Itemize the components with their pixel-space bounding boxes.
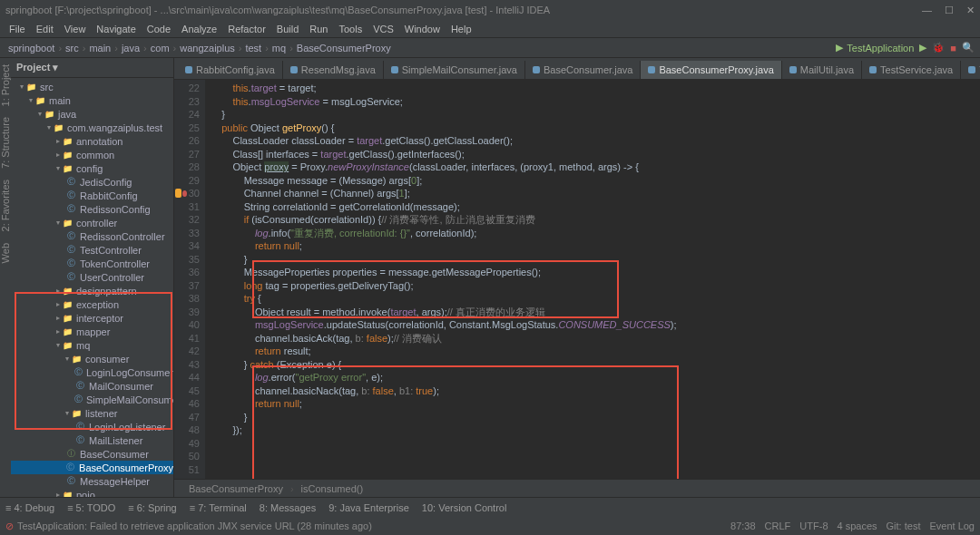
event-log[interactable]: Event Log [929,520,975,531]
bulb-icon[interactable] [175,189,181,198]
editor-breadcrumb[interactable]: BaseConsumerProxy›isConsumed() [174,479,980,497]
tree-annotation[interactable]: 📁annotation [11,134,173,148]
cursor-pos: 87:38 [730,520,756,531]
bottom-tool-debug[interactable]: ≡ 4: Debug [5,502,54,513]
left-tool[interactable]: 1: Project [0,62,11,109]
crumb[interactable]: BaseConsumerProxy [294,43,394,54]
menu-navigate[interactable]: Navigate [91,24,141,34]
tree-pojo[interactable]: 📁pojo [11,488,173,497]
tab-SimpleMailConsumer.java[interactable]: SimpleMailConsumer.java [384,61,525,79]
tree-MessageHelper[interactable]: ⒸMessageHelper [11,474,173,488]
tree-exception[interactable]: 📁exception [11,297,173,311]
tab-ResendMsg.java[interactable]: ResendMsg.java [283,61,384,79]
editor-crumb[interactable]: BaseConsumerProxy [181,483,290,494]
tab-MailUtil.java[interactable]: MailUtil.java [782,61,862,79]
editor-tabs: RabbitConfig.javaResendMsg.javaSimpleMai… [174,58,980,80]
tree-consumer[interactable]: 📁consumer [11,352,173,365]
project-sidebar: Project ▾ 📁src📁main📁java📁com.wangzaiplus… [11,58,174,497]
bottom-tool-version control[interactable]: 10: Version Control [422,502,507,513]
tree-designpattern[interactable]: 📁designpattern [11,284,173,297]
tab-BaseConsumerProxy.java[interactable]: BaseConsumerProxy.java [641,61,781,79]
project-tree[interactable]: 📁src📁main📁java📁com.wangzaiplus.test📁anno… [11,78,173,497]
tree-UserController[interactable]: ⒸUserController [11,270,173,284]
crumb[interactable]: java [119,43,142,54]
tree-interceptor[interactable]: 📁interceptor [11,311,173,325]
tree-TokenController[interactable]: ⒸTokenController [11,257,173,270]
menu-vcs[interactable]: VCS [368,24,399,34]
menu-refactor[interactable]: Refactor [222,24,271,34]
bottom-tool-java enterprise[interactable]: 9: Java Enterprise [328,502,409,513]
crumb[interactable]: src [63,43,82,54]
tree-mq[interactable]: 📁mq [11,338,173,352]
tree-LoginLogConsumer[interactable]: ⒸLoginLogConsumer [11,365,173,379]
tree-main[interactable]: 📁main [11,93,173,107]
run-icon[interactable]: ▶ [919,42,926,54]
tree-MailListener[interactable]: ⒸMailListener [11,433,173,447]
encoding[interactable]: UTF-8 [799,520,828,531]
tree-controller[interactable]: 📁controller [11,216,173,229]
tree-RabbitConfig[interactable]: ⒸRabbitConfig [11,189,173,202]
menu-run[interactable]: Run [304,24,333,34]
tree-RedissonConfig[interactable]: ⒸRedissonConfig [11,202,173,216]
tree-common[interactable]: 📁common [11,148,173,161]
bottom-tool-spring[interactable]: ≡ 6: Spring [128,502,177,513]
tab-TestService.java[interactable]: TestService.java [862,61,961,79]
git-branch[interactable]: Git: test [887,520,921,531]
run-config[interactable]: ▶ TestApplication [836,42,914,54]
crumb[interactable]: test [242,43,264,54]
project-header[interactable]: Project ▾ [11,58,173,78]
tree-src[interactable]: 📁src [11,80,173,93]
tree-java[interactable]: 📁java [11,107,173,121]
editor-crumb[interactable]: isConsumed() [294,483,370,494]
tree-BaseConsumer[interactable]: ⒾBaseConsumer [11,447,173,461]
bottom-toolbar: ≡ 4: Debug≡ 5: TODO≡ 6: Spring≡ 7: Termi… [0,497,980,517]
tree-BaseConsumerProxy[interactable]: ⒸBaseConsumerProxy [11,461,173,474]
minimize-icon[interactable]: — [922,5,932,16]
tree-RedissonController[interactable]: ⒸRedissonController [11,229,173,243]
bottom-tool-terminal[interactable]: ≡ 7: Terminal [190,502,247,513]
left-tool[interactable]: Web [0,240,11,266]
breakpoint-icon[interactable] [182,190,187,197]
tree-listener[interactable]: 📁listener [11,406,173,420]
left-tool[interactable]: 2: Favorites [0,177,11,234]
menu-view[interactable]: View [59,24,92,34]
tree-MailConsumer[interactable]: ⒸMailConsumer [11,379,173,393]
tree-LoginLogListener[interactable]: ⒸLoginLogListener [11,420,173,433]
title-text: springboot [F:\project\springboot] - ...… [5,5,550,15]
left-tool[interactable]: 7: Structure [0,114,11,171]
tree-TestController[interactable]: ⒸTestController [11,243,173,257]
bottom-tool-messages[interactable]: 8: Messages [260,502,316,513]
crumb[interactable]: com [148,43,172,54]
menu-tools[interactable]: Tools [333,24,368,34]
code-area[interactable]: 2223242526272829303132333435363738394041… [174,80,980,479]
stop-icon[interactable]: ■ [950,43,956,54]
menu-code[interactable]: Code [142,24,176,34]
menu-edit[interactable]: Edit [31,24,59,34]
tree-JedisConfig[interactable]: ⒸJedisConfig [11,175,173,189]
debug-icon[interactable]: 🐞 [932,42,945,54]
bottom-tool-todo[interactable]: ≡ 5: TODO [67,502,115,513]
line-gutter: 2223242526272829303132333435363738394041… [174,80,205,479]
line-ending[interactable]: CRLF [765,520,791,531]
tree-mapper[interactable]: 📁mapper [11,325,173,338]
menu-build[interactable]: Build [271,24,304,34]
tab-TestServiceImpl.java[interactable]: TestServiceImpl.java [961,61,980,79]
crumb[interactable]: springboot [5,43,57,54]
tree-config[interactable]: 📁config [11,161,173,175]
crumb[interactable]: wangzaiplus [177,43,238,54]
tree-SimpleMailConsumer[interactable]: ⒸSimpleMailConsumer [11,393,173,406]
crumb[interactable]: mq [270,43,289,54]
tab-RabbitConfig.java[interactable]: RabbitConfig.java [178,61,283,79]
menu-analyze[interactable]: Analyze [176,24,222,34]
search-icon[interactable]: 🔍 [962,42,975,54]
maximize-icon[interactable]: ☐ [945,5,954,16]
tree-com.wangzaiplus.test[interactable]: 📁com.wangzaiplus.test [11,121,173,134]
code-lines[interactable]: this.target = target; this.msgLogService… [205,80,980,479]
menu-help[interactable]: Help [446,24,477,34]
close-icon[interactable]: ✕ [966,5,975,16]
tab-BaseConsumer.java[interactable]: BaseConsumer.java [525,61,641,79]
menu-file[interactable]: File [4,24,31,34]
menu-window[interactable]: Window [399,24,446,34]
indent[interactable]: 4 spaces [838,520,877,531]
crumb[interactable]: main [86,43,113,54]
